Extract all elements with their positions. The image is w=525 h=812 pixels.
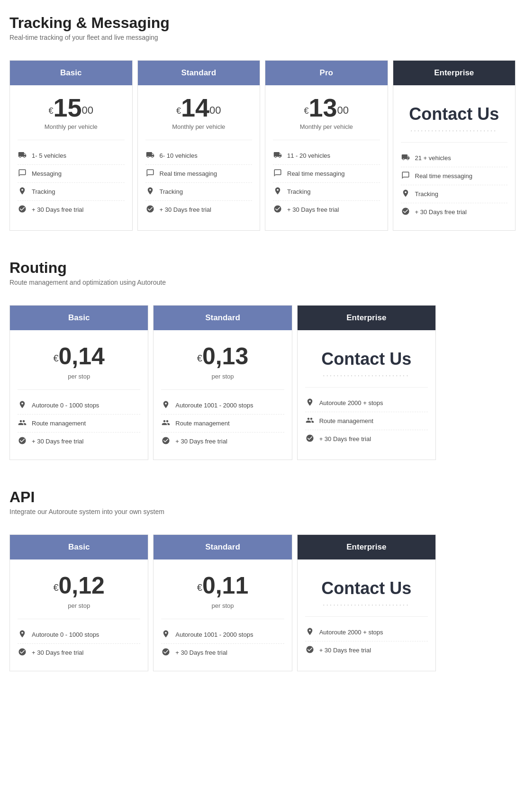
currency-symbol: €	[197, 353, 202, 363]
feature-item: Autoroute 0 - 1000 stops	[18, 397, 140, 415]
feature-item: Tracking	[401, 185, 508, 203]
plan-card-standard: Standard €0,13 per stop Autoroute 1001 -…	[153, 305, 292, 460]
check-icon	[401, 207, 410, 217]
pin-icon	[161, 630, 171, 640]
plan-price: €0,11	[161, 569, 284, 599]
section-subtitle-api: Integrate our Autoroute system into your…	[9, 508, 516, 515]
plan-card-standard: Standard €1400 Monthly per vehicle 6- 10…	[137, 60, 261, 231]
plan-features-standard: 6- 10 vehicles Real time messaging Track…	[145, 140, 253, 218]
check-icon	[273, 205, 282, 215]
pin-icon	[18, 400, 27, 410]
price-label: per stop	[161, 602, 284, 609]
section-subtitle-routing: Route management and optimization using …	[9, 279, 516, 286]
feature-text: Tracking	[32, 188, 55, 195]
plan-features-standard: Autoroute 1001 - 2000 stops Route manage…	[161, 389, 284, 450]
price-amount: 13	[308, 93, 337, 122]
feature-text: Autoroute 1001 - 2000 stops	[175, 631, 253, 638]
feature-item: + 30 Days free trial	[305, 430, 428, 448]
feature-item: + 30 Days free trial	[145, 201, 253, 218]
section-title-routing: Routing	[9, 259, 516, 277]
plan-body-enterprise: Contact Us ......................... Aut…	[298, 559, 435, 668]
plan-features-standard: Autoroute 1001 - 2000 stops + 30 Days fr…	[161, 619, 284, 661]
plan-dots: .........................	[305, 600, 428, 607]
plan-price: €0,13	[161, 340, 284, 370]
plan-price: €0,12	[18, 569, 140, 599]
check-icon	[161, 648, 171, 658]
price-label: per stop	[18, 373, 140, 380]
plan-features-basic: 1- 5 vehicles Messaging Tracking + 30 Da…	[18, 140, 125, 218]
feature-text: Real time messaging	[160, 170, 217, 177]
feature-text: Tracking	[287, 188, 310, 195]
feature-item: + 30 Days free trial	[161, 433, 284, 450]
section-tracking: Tracking & Messaging Real-time tracking …	[9, 14, 516, 231]
price-label: Monthly per vehicle	[18, 123, 125, 130]
currency-symbol: €	[53, 582, 58, 593]
plans-grid-tracking: Basic €1500 Monthly per vehicle 1- 5 veh…	[9, 60, 516, 231]
feature-item: Autoroute 1001 - 2000 stops	[161, 397, 284, 415]
plan-header-standard: Standard	[154, 306, 291, 330]
feature-item: Route management	[305, 412, 428, 430]
price-label: per stop	[18, 602, 140, 609]
plan-header-standard: Standard	[154, 535, 291, 559]
plan-dots: .........................	[401, 126, 508, 133]
plan-price: €1400	[145, 95, 253, 120]
feature-text: Tracking	[160, 188, 183, 195]
plan-body-standard: €0,11 per stop Autoroute 1001 - 2000 sto…	[154, 559, 291, 671]
plan-contact-text: Contact Us	[305, 569, 428, 600]
check-icon	[145, 205, 155, 215]
section-title-tracking: Tracking & Messaging	[9, 14, 516, 32]
feature-item: 6- 10 vehicles	[145, 147, 253, 165]
truck-icon	[18, 151, 27, 161]
feature-item: Real time messaging	[145, 165, 253, 183]
plan-features-enterprise: 21 + vehicles Real time messaging Tracki…	[401, 142, 508, 221]
track-icon	[145, 187, 155, 197]
plan-card-basic: Basic €1500 Monthly per vehicle 1- 5 veh…	[9, 60, 133, 231]
plan-body-pro: €1300 Monthly per vehicle 11 - 20 vehicl…	[265, 85, 388, 228]
feature-item: Real time messaging	[401, 167, 508, 185]
check-icon	[18, 436, 27, 446]
feature-text: Tracking	[415, 190, 438, 198]
feature-text: + 30 Days free trial	[32, 438, 83, 445]
route-icon	[161, 418, 171, 428]
plan-header-basic: Basic	[10, 535, 148, 559]
plan-header-basic: Basic	[10, 61, 132, 85]
plan-body-standard: €1400 Monthly per vehicle 6- 10 vehicles…	[138, 85, 260, 228]
plan-header-enterprise: Enterprise	[298, 306, 435, 330]
pin-icon	[305, 627, 315, 637]
plan-price: €1500	[18, 95, 125, 120]
currency-symbol: €	[176, 106, 181, 116]
feature-text: Autoroute 2000 + stops	[319, 399, 383, 406]
feature-item: + 30 Days free trial	[401, 203, 508, 221]
check-icon	[305, 645, 315, 655]
feature-item: Messaging	[18, 165, 125, 183]
section-subtitle-tracking: Real-time tracking of your fleet and liv…	[9, 34, 516, 41]
feature-item: Tracking	[18, 183, 125, 201]
plan-body-enterprise: Contact Us ......................... Aut…	[298, 330, 435, 457]
feature-item: 1- 5 vehicles	[18, 147, 125, 165]
feature-text: + 30 Days free trial	[32, 206, 83, 213]
feature-item: Route management	[18, 415, 140, 433]
feature-item: Autoroute 2000 + stops	[305, 623, 428, 641]
feature-text: 11 - 20 vehicles	[287, 152, 330, 159]
feature-text: Route management	[32, 420, 86, 427]
feature-item: Autoroute 1001 - 2000 stops	[161, 626, 284, 644]
currency-symbol: €	[53, 353, 58, 363]
msg-icon	[273, 169, 282, 179]
truck-icon	[401, 153, 410, 163]
msg-icon	[401, 171, 410, 181]
plan-header-pro: Pro	[265, 61, 388, 85]
plan-contact-text: Contact Us	[305, 340, 428, 371]
pin-icon	[18, 630, 27, 640]
currency-symbol: €	[197, 582, 202, 593]
plan-body-enterprise: Contact Us ......................... 21 …	[393, 85, 516, 230]
plan-features-basic: Autoroute 0 - 1000 stops + 30 Days free …	[18, 619, 140, 661]
feature-item: Tracking	[273, 183, 380, 201]
check-icon	[18, 648, 27, 658]
plan-card-enterprise: Enterprise Contact Us ..................…	[393, 60, 516, 231]
plan-card-standard: Standard €0,11 per stop Autoroute 1001 -…	[153, 534, 292, 671]
feature-text: + 30 Days free trial	[415, 208, 467, 216]
plan-body-basic: €0,12 per stop Autoroute 0 - 1000 stops …	[10, 559, 148, 671]
section-title-api: API	[9, 488, 516, 506]
truck-icon	[273, 151, 282, 161]
feature-text: + 30 Days free trial	[175, 438, 227, 445]
